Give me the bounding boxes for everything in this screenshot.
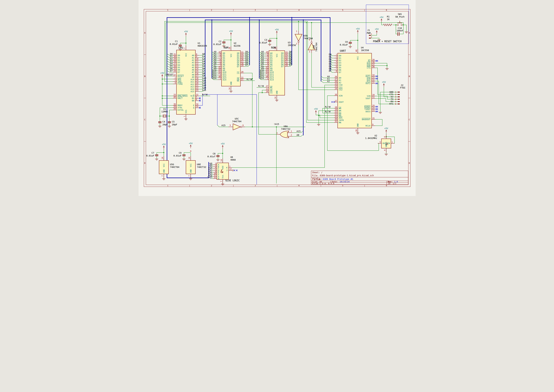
label: A1 [202, 55, 205, 57]
label: A6 [202, 67, 205, 70]
label: 13 [335, 85, 337, 87]
label: 32 [196, 94, 198, 96]
schematic-sheet: 112233445566AABBCCDDD0D1D2D3D4D5D6D7A0A1… [138, 0, 416, 196]
connector-pad[interactable] [369, 38, 371, 39]
label: 0.01uF [213, 43, 221, 46]
label: XIN [339, 95, 342, 97]
label: 2 [215, 162, 216, 165]
+5v-label: +5V [380, 16, 383, 19]
label: A0 [202, 53, 205, 55]
label: D3 [178, 61, 180, 64]
label: 20pF [172, 123, 177, 126]
label: A3 [192, 61, 194, 64]
label: D1 [170, 55, 173, 57]
label: 8 [196, 53, 197, 55]
label: 2 [211, 9, 212, 11]
label: 1 [220, 77, 221, 80]
label: 2 [336, 56, 337, 58]
label: CTS [389, 93, 393, 96]
label: 3 [277, 132, 277, 134]
label: A2 [327, 80, 330, 83]
label: D5 [329, 65, 332, 68]
label: 4 [215, 167, 216, 169]
connector-pad[interactable] [398, 96, 400, 97]
component-U1[interactable]: 31D030D129D228D327D426D525D624D737RESET2… [173, 46, 201, 119]
label: 62256 [234, 45, 240, 47]
label: IRQ [178, 80, 181, 83]
label: FIRQ [178, 83, 182, 85]
connector-pad[interactable] [398, 94, 400, 95]
label: 1 [167, 184, 168, 187]
label: BA [192, 99, 194, 102]
label: A15 [202, 89, 206, 91]
label: 1.8432MHz [365, 137, 377, 140]
connector-pad[interactable] [398, 92, 400, 92]
label: 17 [196, 75, 198, 77]
label: 1 [336, 53, 337, 56]
label: Q7 [237, 65, 239, 68]
connector-pad[interactable] [369, 35, 371, 36]
tb-title: 6309 Board Prototype #1 [323, 178, 353, 180]
label: CTS [367, 67, 370, 69]
label: 30 [173, 56, 176, 58]
label: A1 [192, 56, 194, 59]
label: 6 [242, 124, 244, 126]
connector-pad[interactable] [398, 101, 400, 102]
label: 23 [196, 89, 198, 91]
label: 5 [229, 124, 231, 126]
label: A10 [191, 78, 194, 81]
label: A4 [192, 64, 194, 66]
label: 20 [266, 91, 268, 93]
label: D4 [170, 62, 173, 65]
label: 9 [372, 123, 373, 126]
label: A1 [327, 78, 330, 80]
connector-pad[interactable] [398, 99, 400, 100]
label: ADS [339, 117, 342, 119]
label: X1 [163, 108, 166, 110]
label: A5 [202, 65, 205, 67]
label: D6 [178, 69, 180, 71]
label: A8 [297, 134, 299, 136]
label: A13 [191, 85, 194, 88]
label: WE [270, 86, 272, 89]
connector-pad[interactable] [398, 104, 400, 104]
label: CS1 [339, 86, 342, 89]
label: R/!W [202, 93, 208, 96]
bus-junction [249, 17, 250, 18]
component-U4[interactable]: 1D02D13D24D35D46D57D68D728A027A126A212CS… [333, 49, 377, 133]
+5v-label: +5V [162, 143, 166, 146]
label: RD [339, 112, 341, 114]
tb-file: File: 6309-board-prototype-1.kicad_pro.k… [312, 174, 374, 177]
label: R/W [191, 95, 194, 97]
label: VSS [185, 110, 187, 113]
label: 11 [196, 60, 198, 63]
label: U8A [284, 125, 288, 127]
label: RTS [389, 103, 393, 105]
label: HD63C09 [198, 45, 207, 47]
label: 28 [229, 47, 231, 49]
junction-dot [403, 24, 404, 25]
component-U2[interactable]: 10A09A18A27A36A45A54A63A725A824A921A1023… [218, 46, 244, 91]
label: U1 [198, 42, 200, 44]
label: 18 [196, 77, 198, 79]
label: TX [391, 98, 393, 100]
label: A6 [192, 69, 194, 71]
junction-dot [162, 98, 163, 99]
label: 8 [384, 136, 386, 138]
label: 26 [173, 65, 176, 67]
label: A14 [212, 77, 216, 79]
label: DTR [367, 77, 370, 80]
component-U3[interactable]: 10A09A18A27A36A45A54A63A725A824A921A1023… [265, 46, 288, 100]
label: 24 [173, 70, 176, 72]
label: XTAL [178, 106, 182, 109]
label: 1K [387, 18, 389, 21]
label: 6 [386, 184, 387, 187]
junction-dot [276, 38, 277, 39]
ic-body[interactable] [338, 53, 372, 128]
label: B [144, 75, 145, 77]
label: A12 [202, 82, 206, 84]
label: 2 [211, 184, 212, 187]
tb-title-label: Title: [312, 177, 322, 181]
+5v-label: +5V [384, 127, 388, 130]
label: U5G [170, 163, 174, 166]
